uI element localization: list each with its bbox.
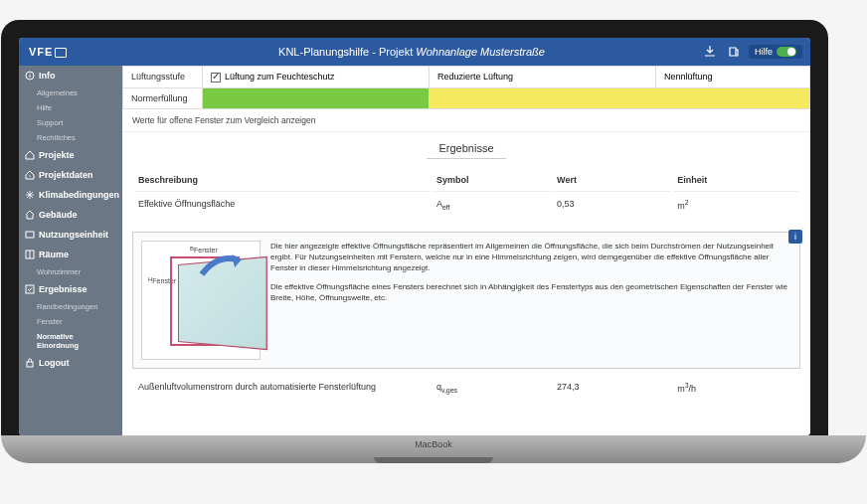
svg-rect-5: [27, 362, 33, 367]
sidebar-sub-normative[interactable]: Normative Einordnung: [19, 329, 122, 353]
page-title: KNL-Planungshilfe - Projekt Wohnanlage M…: [122, 46, 701, 58]
sidebar-item-ergebnisse[interactable]: Ergebnisse: [19, 279, 122, 299]
sidebar-item-gebaeude[interactable]: Gebäude: [19, 205, 122, 225]
sidebar-sub-allgemeines[interactable]: Allgemeines: [19, 85, 122, 100]
info-icon: [25, 71, 35, 81]
info-text: Die hier angezeigte effektive Öffnungsfl…: [270, 241, 791, 360]
tab-nenn[interactable]: Nennlüftung: [656, 67, 810, 88]
logo-icon: [55, 48, 67, 58]
svg-rect-2: [26, 232, 34, 238]
brand-logo: VFE: [19, 46, 122, 58]
col-wert: Wert: [553, 169, 671, 192]
sidebar-sub-wohnzimmer[interactable]: Wohnzimmer: [19, 264, 122, 279]
sidebar-item-logout[interactable]: Logout: [19, 353, 122, 373]
window-diagram: BFenster HFenster Öffnungsweite: [141, 241, 260, 360]
info-icon-button[interactable]: i: [788, 230, 802, 244]
sidebar-item-projekte[interactable]: Projekte: [19, 145, 122, 165]
main-content: Lüftungsstufe Lüftung zum Feuchteschutz …: [122, 66, 810, 435]
airflow-arrow-icon: [197, 250, 247, 279]
sidebar-sub-rechtliches[interactable]: Rechtliches: [19, 130, 122, 145]
table-row: Außenluftvolumenstrom durch automatisier…: [134, 377, 798, 399]
sidebar-item-projektdaten[interactable]: Projektdaten: [19, 165, 122, 185]
tab-feuchteschutz[interactable]: Lüftung zum Feuchteschutz: [203, 67, 430, 88]
row-label-stufe: Lüftungsstufe: [123, 67, 203, 88]
sidebar-sub-randbedingungen[interactable]: Randbedingungen: [19, 299, 122, 314]
room-icon: [25, 250, 35, 259]
lock-icon: [25, 358, 35, 368]
status-bar-green: [203, 87, 430, 108]
ventilation-tabs: Lüftungsstufe Lüftung zum Feuchteschutz …: [122, 66, 810, 109]
checkbox-on-icon: [211, 73, 221, 83]
check-icon: [25, 284, 35, 294]
app-header: VFE KNL-Planungshilfe - Projekt Wohnanla…: [19, 38, 810, 66]
sidebar-sub-fenster[interactable]: Fenster: [19, 314, 122, 329]
export-icon[interactable]: [725, 44, 743, 60]
svg-rect-4: [26, 285, 34, 293]
download-icon[interactable]: [701, 44, 719, 60]
home-icon: [25, 150, 35, 160]
col-symbol: Symbol: [433, 169, 551, 192]
compare-toggle[interactable]: Werte für offene Fenster zum Vergleich a…: [122, 109, 810, 132]
status-bar-yellow: [430, 87, 656, 108]
info-panel: i BFenster HFenster Öffnungsweite Die hi…: [132, 232, 800, 369]
help-toggle[interactable]: Hilfe: [749, 45, 802, 59]
unit-icon: [25, 230, 35, 240]
tab-reduziert[interactable]: Reduzierte Lüftung: [430, 67, 656, 88]
col-einheit: Einheit: [673, 169, 798, 192]
results-table: Beschreibung Symbol Wert Einheit Effekti…: [132, 167, 800, 218]
sidebar-item-klima[interactable]: Klimabedingungen: [19, 185, 122, 205]
sidebar-sub-support[interactable]: Support: [19, 115, 122, 130]
status-bar-yellow-2: [656, 87, 810, 108]
table-row: Effektive Öffnungsfläche Aeff 0,53 m2: [134, 194, 798, 216]
building-icon: [25, 210, 35, 220]
house-info-icon: [25, 170, 35, 180]
col-beschreibung: Beschreibung: [134, 169, 431, 192]
snowflake-icon: [25, 190, 35, 200]
svg-point-1: [29, 175, 30, 176]
sidebar-item-info[interactable]: Info: [19, 66, 122, 85]
sidebar-sub-hilfe[interactable]: Hilfe: [19, 100, 122, 115]
sidebar-item-raeume[interactable]: Räume: [19, 245, 122, 264]
row-label-norm: Normerfüllung: [123, 87, 203, 108]
results-heading: Ergebnisse: [427, 132, 506, 159]
sidebar: Info Allgemeines Hilfe Support Rechtlich…: [19, 66, 122, 435]
toggle-on-icon: [777, 47, 796, 57]
sidebar-item-nutzung[interactable]: Nutzungseinheit: [19, 225, 122, 245]
